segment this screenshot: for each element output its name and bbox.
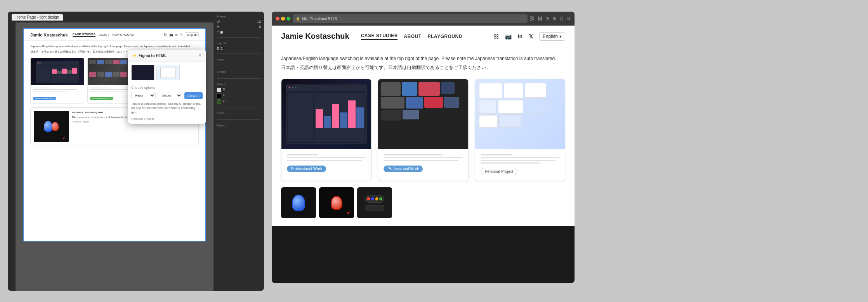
popup-description: This is a personal project I use my UI d… — [128, 102, 206, 117]
figma-tab-active[interactable]: Home Page - light design — [12, 14, 63, 21]
settings-browser-icon[interactable]: ⚙ — [552, 16, 557, 21]
panel-export-section: Export — [217, 124, 261, 132]
site-badge-2: Professional Work — [384, 166, 423, 172]
minimize-window-button[interactable] — [281, 17, 285, 21]
panel-stroke-section: Stroke — [217, 70, 261, 79]
panel-layer-section: Layer — [217, 58, 261, 66]
popup-controls: React Vue HTML Output Convert — [131, 92, 203, 99]
panel-layout-section: Layout ⊞ 1 — [217, 41, 261, 54]
maximize-window-button[interactable] — [286, 17, 290, 21]
bottom-preview-bulb-blue[interactable] — [281, 187, 316, 218]
preview-bottom-card-img: ↙ — [34, 111, 69, 142]
preview-card-1[interactable]: Professional Work — [30, 58, 84, 104]
controls-preview — [357, 187, 392, 218]
site-card-1-content: Professional Work — [281, 149, 371, 178]
figma-editor: Home Page - light design Jamie Kostaschu… — [8, 12, 264, 291]
color-swatch-dark[interactable] — [217, 93, 221, 98]
preview-nav: Jamie Kostaschuk CASE STUDIES ABOUT PLAY… — [24, 29, 205, 41]
figma-canvas: Jamie Kostaschuk CASE STUDIES ABOUT PLAY… — [16, 22, 214, 291]
site-card-2-image — [378, 79, 468, 149]
panel-effect-label: Effect — [217, 111, 261, 115]
chevron-down-icon: ▾ — [559, 34, 562, 39]
preview-nav-playground[interactable]: PLAYGROUND — [112, 33, 134, 36]
site-body: Japanese/English language switching is a… — [272, 47, 575, 226]
color-swatch-light[interactable] — [217, 88, 221, 92]
panel-w-label: W — [217, 20, 220, 24]
browser-window: 🔒 http://localhost:5173 ⛓ 🖼 ⊞ ⚙ ⟨⟩ ↺ Jam… — [272, 12, 575, 283]
link-social-icon[interactable]: ⛓ — [493, 33, 499, 40]
site-cards-grid: Professional Work — [281, 79, 565, 181]
bottom-preview-controls[interactable] — [357, 187, 392, 218]
panel-frame-section: Frame W 12 H 6 C ◼ — [217, 15, 261, 38]
nav-case-studies[interactable]: CASE STUDIES — [361, 33, 398, 40]
popup-convert-button[interactable]: Convert — [184, 92, 203, 99]
popup-output-select[interactable]: Output — [158, 92, 182, 99]
dashboard-chart — [314, 93, 365, 129]
preview-logo: Jamie Kostaschuk — [30, 33, 68, 37]
language-label: English — [543, 34, 558, 39]
bottom-preview-bulb-red[interactable]: ↗ — [319, 187, 354, 218]
site-card-2[interactable]: Professional Work — [378, 79, 468, 181]
site-card-3-image — [475, 79, 565, 149]
site-nav-links: CASE STUDIES ABOUT PLAYGROUND — [361, 33, 462, 40]
preview-card-1-img — [31, 58, 84, 85]
site-logo: Jamie Kostaschuk — [281, 32, 349, 41]
image-browser-icon[interactable]: 🖼 — [538, 16, 542, 21]
site-badge-3: Personal Project — [481, 168, 517, 175]
panel-stroke-label: Stroke — [217, 70, 261, 74]
dashboard-sidebar — [288, 93, 313, 142]
site-description-jp: 日本語・英語の切り替えは画面右上から可能です。日本語は自動翻訳であることをご了承… — [281, 64, 565, 71]
popup-project-label: Personal Project — [128, 117, 206, 124]
preview-nav-case-studies[interactable]: CASE STUDIES — [73, 33, 95, 37]
color-swatch-green[interactable] — [217, 99, 221, 104]
dashboard-main — [314, 93, 365, 142]
preview-nav-about[interactable]: ABOUT — [99, 33, 109, 36]
preview-badge-2: Professional Work — [90, 97, 113, 100]
link-browser-icon[interactable]: ⛓ — [530, 16, 535, 21]
site-navigation: Jamie Kostaschuk CASE STUDIES ABOUT PLAY… — [272, 26, 575, 47]
code-browser-icon[interactable]: ⟨⟩ — [560, 16, 564, 21]
site-card-1-title — [287, 154, 366, 161]
panel-h-value[interactable]: 6 — [259, 25, 261, 29]
site-card-3-content: Personal Project — [475, 149, 565, 181]
panel-w-value[interactable]: 12 — [257, 20, 261, 24]
preview-card-1-content: Professional Work — [31, 85, 84, 103]
popup-options-section: Choose options React Vue HTML Output Con… — [128, 83, 206, 102]
lock-icon: 🔒 — [296, 17, 300, 21]
preview-desc-en: Japanese/English language switching is a… — [30, 45, 199, 48]
site-description-en: Japanese/English language switching is a… — [281, 55, 565, 62]
panel-h-label: H — [217, 25, 219, 29]
refresh-browser-icon[interactable]: ↺ — [567, 16, 571, 21]
nav-about[interactable]: ABOUT — [404, 34, 421, 39]
bulb-preview-2: ↗ — [319, 187, 354, 218]
site-card-1[interactable]: Professional Work — [281, 79, 372, 181]
popup-header: ⚡ Figma to HTML ✕ — [128, 50, 206, 62]
dashboard-body — [286, 91, 366, 143]
popup-framework-select[interactable]: React Vue HTML — [131, 92, 156, 99]
panel-layout-label: Layout — [217, 41, 261, 45]
popup-close-button[interactable]: ✕ — [198, 53, 202, 58]
site-card-3[interactable]: Personal Project — [475, 79, 565, 181]
popup-title: ⚡ Figma to HTML — [132, 53, 167, 58]
figma-layers-panel — [8, 22, 16, 291]
browser-window-controls — [276, 17, 290, 21]
site-card-1-image — [281, 79, 371, 149]
url-text: http://localhost:5173 — [302, 17, 337, 21]
dashboard-mockup — [286, 85, 367, 144]
preview-lang[interactable]: English — [185, 32, 199, 37]
grid-browser-icon[interactable]: ⊞ — [545, 16, 549, 21]
instagram-icon[interactable]: 📷 — [505, 33, 512, 40]
address-bar[interactable]: 🔒 http://localhost:5173 — [293, 14, 528, 23]
close-window-button[interactable] — [276, 17, 279, 21]
browser-chrome: 🔒 http://localhost:5173 ⛓ 🖼 ⊞ ⚙ ⟨⟩ ↺ — [272, 12, 575, 26]
panel-select-label: Select — [217, 83, 261, 86]
language-selector[interactable]: English ▾ — [539, 32, 565, 41]
preview-badge-1: Professional Work — [33, 97, 56, 100]
twitter-icon[interactable]: 𝕏 — [529, 33, 533, 40]
site-badge-1: Professional Work — [287, 166, 326, 172]
linkedin-icon[interactable]: in — [518, 33, 523, 39]
figma-right-panels: Frame W 12 H 6 C ◼ Layout ⊞ 1 Layer Stro… — [214, 12, 264, 291]
panel-effect-section: Effect — [217, 111, 261, 120]
panel-frame-label: Frame — [217, 15, 261, 18]
nav-playground[interactable]: PLAYGROUND — [428, 34, 462, 39]
